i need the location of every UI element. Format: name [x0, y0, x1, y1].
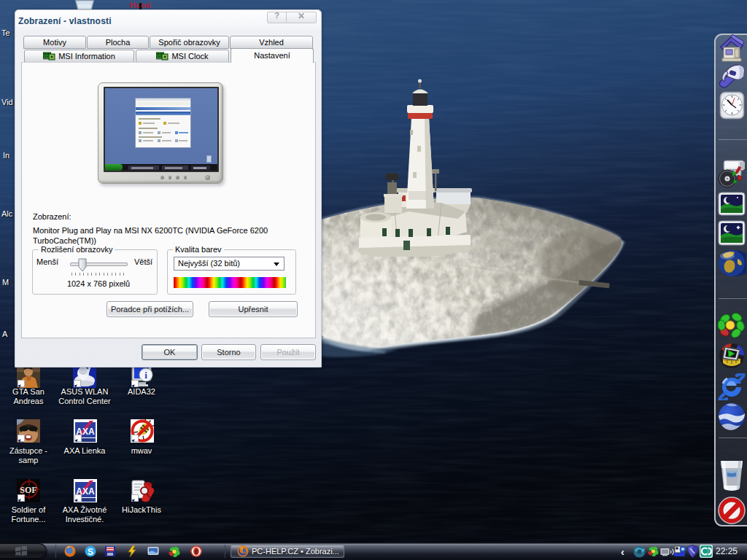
svg-text:SOF: SOF: [20, 485, 36, 495]
svg-text:i: i: [144, 370, 147, 381]
svg-text:S: S: [88, 547, 93, 557]
